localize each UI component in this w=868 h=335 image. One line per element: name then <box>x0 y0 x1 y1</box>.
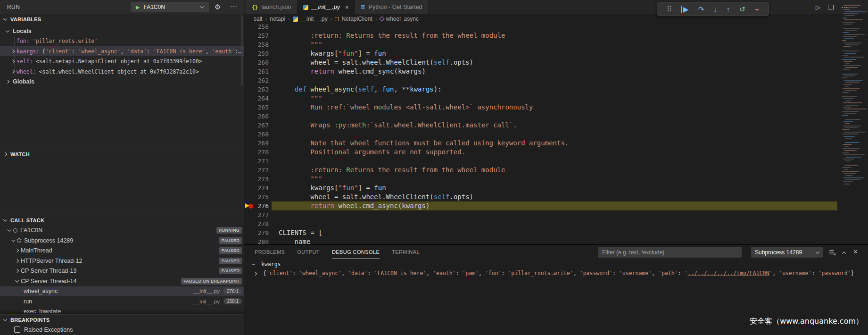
launch-config-select[interactable]: ▶ FA1C0N <box>131 2 209 12</box>
code-line[interactable]: 269 Note that wheel functions must be ca… <box>244 139 868 148</box>
minimap[interactable] <box>840 2 868 195</box>
line-number[interactable]: 263 <box>244 85 269 94</box>
line-number[interactable]: 259 <box>244 49 269 58</box>
stack-thread[interactable]: FA1C0NRUNNING <box>0 226 244 235</box>
line-number[interactable]: 279 <box>244 228 269 237</box>
line-number[interactable]: 265 <box>244 103 269 112</box>
line-number[interactable]: 278 <box>244 219 269 228</box>
tab--init-py[interactable]: __init__.py× <box>298 0 355 14</box>
line-number[interactable]: 273 <box>244 175 269 184</box>
section-watch[interactable]: WATCH <box>0 149 244 159</box>
section-variables[interactable]: VARIABLES <box>0 14 244 25</box>
step-over-icon[interactable]: ↷ <box>698 6 704 13</box>
panel-tab-debug-console[interactable]: DEBUG CONSOLE <box>332 245 380 259</box>
console-filter-input[interactable] <box>598 247 742 258</box>
code-line[interactable]: 266 <box>244 112 868 121</box>
section-call-stack[interactable]: CALL STACK <box>0 215 244 225</box>
line-number[interactable]: 275 <box>244 193 269 201</box>
line-number[interactable]: 271 <box>244 157 269 166</box>
line-number[interactable]: 272 <box>244 166 269 175</box>
code-line[interactable]: 271 <box>244 157 868 166</box>
code-editor[interactable]: 256257 :return: Returns the result from … <box>244 22 868 244</box>
panel-tab-problems[interactable]: PROBLEMS <box>255 245 285 259</box>
checkbox-unchecked[interactable] <box>14 327 20 333</box>
breadcrumb-item[interactable]: netapi <box>270 16 285 22</box>
code-line[interactable]: 258 """ <box>244 40 868 49</box>
breadcrumb-item[interactable]: NetapiClient <box>335 16 372 22</box>
code-line[interactable]: 267 Wraps :py:meth:`salt.wheel.WheelClie… <box>244 121 868 130</box>
close-panel-icon[interactable]: × <box>853 248 858 256</box>
clear-console-icon[interactable]: ☰✕ <box>829 249 835 256</box>
code-line[interactable]: 261 return wheel.cmd_sync(kwargs) <box>244 67 868 76</box>
variable-row[interactable]: self:<salt.netapi.NetapiClient object at… <box>0 57 244 67</box>
expand-chevron-icon[interactable] <box>253 272 257 276</box>
breakpoint-item[interactable]: Raised Exceptions <box>0 325 244 335</box>
code-line[interactable]: 279CLIENTS = [ <box>244 228 868 237</box>
variable-row[interactable]: kwargs:{'client': 'wheel_async', 'data':… <box>0 46 244 56</box>
more-actions-icon[interactable]: ··· <box>230 2 237 10</box>
line-number[interactable]: 269 <box>244 139 269 148</box>
stack-thread[interactable]: CP Server Thread-13PAUSED <box>0 266 244 276</box>
line-number[interactable]: 261 <box>244 67 269 76</box>
line-number[interactable]: 280 <box>244 237 269 245</box>
code-line[interactable]: 265 Run :ref:`wheel modules <all-salt.wh… <box>244 103 868 112</box>
stack-thread[interactable]: Subprocess 14289PAUSED <box>0 235 244 245</box>
line-number[interactable]: 256 <box>244 22 269 31</box>
code-line[interactable]: 278 <box>244 219 868 228</box>
code-line[interactable]: 280 name <box>244 237 868 245</box>
line-number[interactable]: 267 <box>244 121 269 130</box>
disconnect-icon[interactable]: ⌁ <box>755 6 759 13</box>
variable-row[interactable]: fun:'pillar_roots.write' <box>0 36 244 46</box>
path-link[interactable]: ../../../../../tmp/FA1C0N <box>687 270 769 276</box>
line-number[interactable]: 258 <box>244 40 269 49</box>
step-into-icon[interactable]: ↓ <box>713 6 717 13</box>
run-file-icon[interactable]: ▷ <box>816 4 820 11</box>
sidebar-scrollbar[interactable] <box>241 15 243 86</box>
line-number[interactable]: 276 <box>244 201 269 210</box>
close-icon[interactable]: × <box>345 4 349 11</box>
tab-python-get-started[interactable]: ≣Python - Get Started <box>355 0 429 14</box>
code-line[interactable]: 273 """ <box>244 175 868 184</box>
line-number[interactable]: 270 <box>244 148 269 157</box>
stack-frame[interactable]: wheel_async__init__.py276:1 <box>0 286 244 296</box>
variable-row[interactable]: wheel:<salt.wheel.WheelClient object at … <box>0 67 244 76</box>
panel-tab-terminal[interactable]: TERMINAL <box>392 245 420 259</box>
breadcrumb-item[interactable]: __init__.py <box>293 16 328 22</box>
code-line[interactable]: 270 Positional arguments are not support… <box>244 148 868 157</box>
line-number[interactable]: 260 <box>244 58 269 67</box>
code-line[interactable]: 272 :return: Returns the result from the… <box>244 166 868 175</box>
code-line[interactable]: 277 <box>244 210 868 219</box>
split-editor-icon[interactable] <box>828 5 834 9</box>
code-line[interactable]: 263 def wheel_async(self, fun, **kwargs)… <box>244 85 868 94</box>
code-line[interactable]: 262 <box>244 76 868 85</box>
code-line[interactable]: 275 wheel = salt.wheel.WheelClient(self.… <box>244 193 868 201</box>
code-line[interactable]: 260 wheel = salt.wheel.WheelClient(self.… <box>244 58 868 67</box>
maximize-panel-icon[interactable] <box>843 249 845 256</box>
stack-thread[interactable]: CP Server Thread-14PAUSED ON BREAKPOINT <box>0 276 244 286</box>
step-out-icon[interactable]: ↑ <box>727 6 730 13</box>
line-number[interactable]: 266 <box>244 112 269 121</box>
line-number[interactable]: 274 <box>244 184 269 193</box>
code-line[interactable]: 264 """ <box>244 94 868 103</box>
scope-globals[interactable]: Globals <box>0 77 244 87</box>
stack-thread[interactable]: HTTPServer Thread-12PAUSED <box>0 256 244 266</box>
code-line[interactable]: 257 :return: Returns the result from the… <box>244 31 868 40</box>
continue-icon[interactable]: ▶ <box>681 6 689 13</box>
debug-session-select[interactable]: Subprocess 14289 <box>751 247 823 258</box>
restart-icon[interactable]: ↺ <box>739 6 745 13</box>
gear-icon[interactable]: ⚙ <box>215 3 221 11</box>
start-debug-icon[interactable]: ▶ <box>136 4 140 10</box>
debug-console[interactable]: → kwargs {'client': 'wheel_async', 'data… <box>244 260 868 278</box>
panel-tab-output[interactable]: OUTPUT <box>297 245 320 259</box>
stack-frame[interactable]: run__init__.py150:1 <box>0 296 244 306</box>
breadcrumb-item[interactable]: salt <box>254 16 263 22</box>
scope-locals[interactable]: Locals <box>0 26 244 36</box>
breadcrumb-item[interactable]: wheel_async <box>380 16 419 22</box>
line-number[interactable]: 257 <box>244 31 269 40</box>
code-line[interactable]: 274 kwargs["fun"] = fun <box>244 184 868 193</box>
stack-thread[interactable]: MainThreadPAUSED <box>0 246 244 256</box>
tab-launch-json[interactable]: {}launch.json <box>246 0 298 14</box>
line-number[interactable]: 277 <box>244 210 269 219</box>
line-number[interactable]: 268 <box>244 130 269 139</box>
console-input-row[interactable]: → kwargs <box>244 260 868 269</box>
